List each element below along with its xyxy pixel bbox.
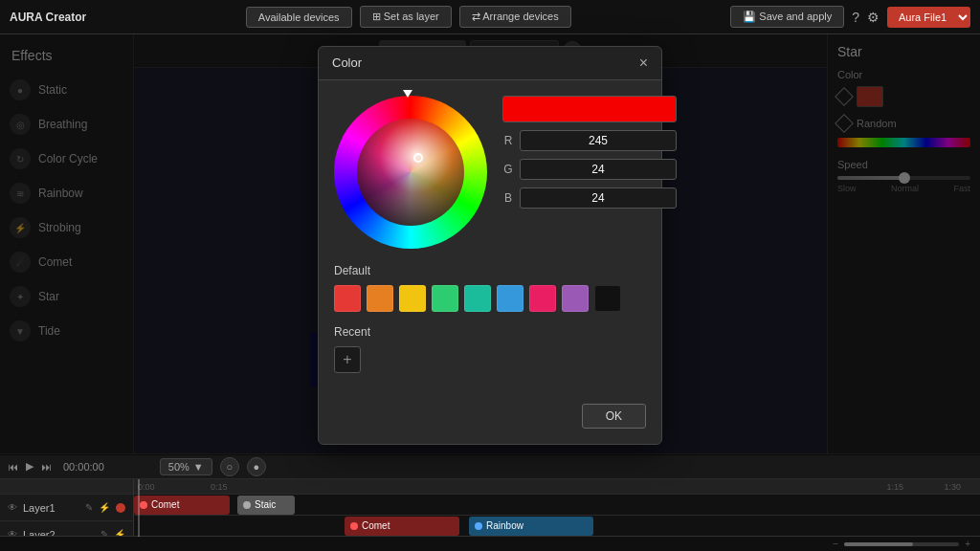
modal-footer: OK: [319, 404, 661, 444]
modal-header: Color ×: [319, 47, 661, 80]
zoom-percent-selector[interactable]: 50% ▼: [160, 458, 212, 475]
add-recent-color-button[interactable]: +: [334, 346, 361, 373]
color-wheel-container[interactable]: [334, 96, 487, 249]
timeline-ruler: 0:00 0:15 1:15 1:30: [134, 479, 980, 495]
layer1-label: 👁 Layer1 ✎ ⚡: [0, 495, 133, 521]
preset-color-yellow[interactable]: [399, 285, 426, 312]
track-row-1: Comet Staic: [134, 495, 980, 516]
zoom-fill: [844, 542, 913, 546]
preset-color-purple[interactable]: [562, 285, 589, 312]
timeline-track-area: 0:00 0:15 1:15 1:30 Comet Staic: [134, 479, 980, 537]
layer1-link-icon[interactable]: ⚡: [99, 502, 110, 513]
track-block-static-1[interactable]: Staic: [237, 496, 295, 515]
g-input[interactable]: [520, 159, 677, 180]
layer1-color-dot: [116, 503, 125, 513]
r-input[interactable]: [520, 130, 677, 151]
color-picker-area: R G B: [334, 96, 646, 249]
save-and-apply-button[interactable]: 💾 Save and apply: [730, 6, 844, 28]
topbar-left: AURA Creator: [10, 11, 86, 24]
timeline-ruler-spacer: [0, 479, 133, 495]
timeline-time: 00:00:00: [63, 461, 104, 473]
rainbow-block-dot: [475, 522, 482, 530]
static-block-label: Staic: [255, 499, 276, 510]
topbar: AURA Creator Available devices ⊞ Set as …: [0, 0, 980, 34]
zoom-in-icon[interactable]: +: [965, 539, 970, 549]
playhead: [138, 479, 140, 537]
track-block-rainbow[interactable]: Rainbow: [469, 517, 593, 536]
color-preview-bar: [502, 96, 677, 122]
default-colors-label: Default: [334, 264, 646, 277]
ruler-mark-15: 0:15: [211, 482, 228, 492]
track-block-comet-2[interactable]: Comet: [345, 517, 459, 536]
timeline-layer-labels: 👁 Layer1 ✎ ⚡ 👁 Layer2 ✎ ⚡: [0, 479, 134, 537]
ruler-mark-0: 0:00: [138, 482, 155, 492]
preset-color-teal[interactable]: [464, 285, 491, 312]
zoom-out-icon[interactable]: −: [833, 539, 838, 549]
preset-color-blue[interactable]: [497, 285, 523, 312]
static-block-dot: [243, 501, 251, 509]
settings-button[interactable]: ⚙: [867, 10, 880, 25]
timeline-fit-button[interactable]: ○: [220, 457, 239, 476]
r-label: R: [502, 134, 514, 147]
zoom-bar: − +: [0, 536, 980, 551]
color-picker-modal: Color × R: [318, 46, 662, 445]
app-title: AURA Creator: [10, 11, 86, 24]
modal-body: R G B Default: [319, 80, 661, 404]
recent-colors-label: Recent: [334, 325, 646, 339]
ruler-mark-115: 1:15: [886, 482, 903, 492]
zoom-track[interactable]: [844, 542, 959, 546]
rgb-r-row: R: [502, 130, 677, 151]
timeline-skip-start-button[interactable]: ⏮: [8, 461, 18, 473]
picker-right: R G B: [502, 96, 677, 249]
layer1-edit-icon[interactable]: ✎: [85, 502, 93, 513]
modal-close-button[interactable]: ×: [639, 55, 648, 72]
comet-block-dot-1: [140, 501, 147, 509]
timeline: ⏮ ▶ ⏭ 00:00:00 50% ▼ ○ ● 👁 Layer1 ✎ ⚡ 👁 …: [0, 453, 980, 536]
layer1-name: Layer1: [23, 502, 56, 514]
arrange-devices-button[interactable]: ⇄ Arrange devices: [459, 6, 571, 28]
track-block-comet-1[interactable]: Comet: [134, 496, 230, 515]
modal-title: Color: [332, 55, 362, 70]
topbar-right: 💾 Save and apply ? ⚙ Aura File1: [730, 6, 970, 28]
modal-overlay: Color × R: [0, 34, 980, 455]
preset-color-pink[interactable]: [529, 285, 556, 312]
timeline-skip-end-button[interactable]: ⏭: [41, 461, 52, 473]
help-button[interactable]: ?: [852, 10, 859, 25]
rgb-b-row: B: [502, 187, 677, 209]
color-wheel-inner: [357, 119, 464, 226]
topbar-center: Available devices ⊞ Set as layer ⇄ Arran…: [246, 6, 571, 28]
preset-color-black[interactable]: [594, 285, 621, 312]
set-as-layer-button[interactable]: ⊞ Set as layer: [360, 6, 452, 28]
timeline-snap-button[interactable]: ●: [247, 457, 266, 476]
ok-button[interactable]: OK: [582, 404, 646, 429]
available-devices-button[interactable]: Available devices: [246, 7, 352, 28]
wheel-indicator: [403, 90, 412, 98]
preset-color-red[interactable]: [334, 285, 361, 312]
layer1-eye-icon[interactable]: 👁: [8, 502, 17, 513]
recent-colors: +: [334, 346, 646, 373]
b-label: B: [502, 191, 514, 205]
b-input[interactable]: [520, 187, 677, 209]
comet-block-label-2: Comet: [362, 520, 390, 531]
rgb-g-row: G: [502, 159, 677, 180]
ruler-mark-130: 1:30: [944, 482, 961, 492]
comet-block-dot-2: [350, 522, 358, 530]
preset-color-green[interactable]: [432, 285, 458, 312]
g-label: G: [502, 163, 514, 176]
timeline-tracks-area: 👁 Layer1 ✎ ⚡ 👁 Layer2 ✎ ⚡ 0:00 0:15 1:15…: [0, 479, 980, 537]
default-colors: [334, 285, 646, 312]
timeline-play-button[interactable]: ▶: [26, 460, 33, 473]
track-row-2: Comet Rainbow: [134, 516, 980, 537]
file-select[interactable]: Aura File1: [887, 7, 970, 28]
rainbow-block-label: Rainbow: [486, 520, 523, 531]
timeline-controls: ⏮ ▶ ⏭ 00:00:00 50% ▼ ○ ●: [0, 454, 980, 479]
comet-block-label-1: Comet: [151, 499, 179, 510]
preset-color-orange[interactable]: [367, 285, 393, 312]
